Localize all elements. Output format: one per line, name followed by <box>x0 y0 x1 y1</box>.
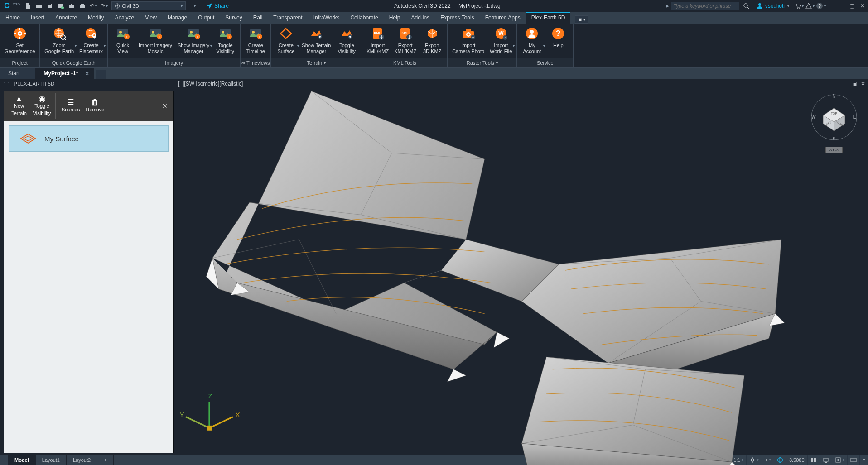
maximize-icon[interactable]: ▢ <box>847 1 856 10</box>
export-kml-kmz-button[interactable]: KMLExportKML/KMZ <box>392 25 418 55</box>
ribbon-tab-add-ins[interactable]: Add-ins <box>405 12 435 24</box>
ribbon-tab-modify[interactable]: Modify <box>82 12 109 24</box>
vp-maximize-icon[interactable]: ▣ <box>852 81 857 87</box>
vp-close-icon[interactable]: ✕ <box>861 81 865 87</box>
viewcube[interactable]: N E S W TOP FRONT LEFT WCS <box>809 92 859 165</box>
panel-title-label[interactable]: Quick Google Earth <box>40 58 107 67</box>
ribbon-tab-help[interactable]: Help <box>384 12 406 24</box>
new-tab-button[interactable]: + <box>96 70 106 79</box>
remove--button[interactable]: 🗑Remove <box>83 93 107 119</box>
ribbon-tab-collaborate[interactable]: Collaborate <box>345 12 383 24</box>
search-arrow-icon[interactable]: ▶ <box>666 4 669 8</box>
redo-icon[interactable]: ↷▾ <box>99 1 109 11</box>
user-account-button[interactable]: vsoulioti▾ <box>756 2 789 10</box>
ribbon-tab-home[interactable]: Home <box>0 12 25 24</box>
ribbon-tab-view[interactable]: View <box>140 12 162 24</box>
show-imagery-manager-button[interactable]: +Show ImageryManager▾ <box>176 25 211 55</box>
ribbon-tab-insert[interactable]: Insert <box>25 12 50 24</box>
viewport[interactable]: Z X Y [–][SW Isometric][Realistic] — ▣ ✕… <box>175 79 868 455</box>
vp-minimize-icon[interactable]: — <box>843 81 849 87</box>
palette-titlebar[interactable]: ⋮⋮ PLEX-EARTH 5D <box>0 79 175 89</box>
ribbon-state-dropdown[interactable]: ▣ ▾ <box>575 15 588 24</box>
ribbon-tab-plex-earth-5d[interactable]: Plex-Earth 5D <box>526 12 571 24</box>
sources--button[interactable]: ≣Sources <box>58 93 83 119</box>
workspace-dropdown[interactable]: Civil 3D ▾ <box>111 1 186 10</box>
publish-icon[interactable] <box>67 1 77 11</box>
create-timeline-button[interactable]: +CreateTimeline <box>243 25 268 55</box>
create-placemark-button[interactable]: CreatePlacemark▾ <box>77 25 105 55</box>
ribbon-tab-featured-apps[interactable]: Featured Apps <box>480 12 526 24</box>
import-imagery-mosaic-button[interactable]: +Import ImageryMosaic <box>137 25 174 55</box>
ribbon-tab-analyze[interactable]: Analyze <box>109 12 140 24</box>
ribbon-tab-rail[interactable]: Rail <box>248 12 268 24</box>
panel-title-label[interactable]: Raster Tools▾ <box>448 58 516 67</box>
layout-tab-layout1[interactable]: Layout1 <box>36 455 67 465</box>
save-icon[interactable] <box>45 1 55 11</box>
panel-title-label[interactable]: ∞ Timeviews <box>241 58 270 67</box>
svg-rect-1 <box>29 3 30 5</box>
help-dropdown-icon[interactable]: ?▾ <box>816 1 826 11</box>
grip-icon[interactable]: ⋮⋮ <box>2 81 11 86</box>
panel-title-label[interactable]: KML Tools <box>362 58 447 67</box>
ribbon-tab-output[interactable]: Output <box>193 12 220 24</box>
cart-icon[interactable]: ▾ <box>794 1 804 11</box>
zoom-google-earth-button[interactable]: ZoomGoogle Earth▾ <box>43 25 76 55</box>
svg-rect-6 <box>69 5 74 8</box>
quick-view-button[interactable]: +QuickView <box>111 25 135 55</box>
new-layout-button[interactable]: + <box>97 455 113 465</box>
qat-dropdown-icon[interactable]: ▾ <box>189 1 199 11</box>
help--button[interactable]: ?Help <box>546 25 570 49</box>
autodesk-app-icon[interactable]: ▾ <box>805 1 815 11</box>
close-window-icon[interactable]: ✕ <box>858 1 867 10</box>
export-3d-kmz-button[interactable]: Export3D KMZ <box>420 25 444 55</box>
import-camera-photo-button[interactable]: +ImportCamera Photo <box>450 25 486 55</box>
eye-icon: ◉ <box>39 96 46 101</box>
ribbon-tab-express-tools[interactable]: Express Tools <box>435 12 479 24</box>
ribbon-tab-survey[interactable]: Survey <box>220 12 247 24</box>
import-kml-kmz-button[interactable]: KMLImportKML/KMZ <box>365 25 391 55</box>
search-input[interactable] <box>671 2 739 10</box>
ribbon-tab-annotate[interactable]: Annotate <box>50 12 82 24</box>
show-terrain-manager-button[interactable]: Show TerrainManager <box>300 25 333 55</box>
print-icon[interactable] <box>77 1 87 11</box>
panel-title-label[interactable]: Project <box>0 58 39 67</box>
import-world-file-button[interactable]: W+ImportWorld File▾ <box>488 25 514 55</box>
toggle-visibility-button[interactable]: ◉ToggleVisibility <box>31 93 56 119</box>
close-tab-icon[interactable]: ✕ <box>85 71 89 76</box>
open-icon[interactable] <box>34 1 44 11</box>
svg-rect-7 <box>80 5 85 8</box>
share-button[interactable]: Share <box>206 3 229 9</box>
toggle-visibility-button[interactable]: ToggleVisibility <box>334 25 359 55</box>
svg-rect-87 <box>207 426 212 431</box>
ribbon-tab-infraworks[interactable]: InfraWorks <box>308 12 345 24</box>
new-icon[interactable] <box>23 1 33 11</box>
toggle-visibility-button[interactable]: +ToggleVisibility <box>213 25 237 55</box>
workspace-label: Civil 3D <box>122 3 139 9</box>
surface-diamond-icon <box>20 133 36 144</box>
layout-tab-layout2[interactable]: Layout2 <box>67 455 97 465</box>
viewport-label[interactable]: [–][SW Isometric][Realistic] <box>178 81 243 87</box>
panel-title-label[interactable]: Imagery <box>108 58 240 67</box>
my-account-button[interactable]: MyAccount▾ <box>520 25 544 55</box>
new-terrain-button[interactable]: ▲NewTerrain <box>7 93 31 119</box>
file-tab-myproject-1-[interactable]: MyProject -1*✕ <box>35 68 94 79</box>
terrain-eye-icon <box>339 26 354 41</box>
compass-n[interactable]: N <box>832 94 835 99</box>
ribbon-tab-transparent[interactable]: Transparent <box>268 12 308 24</box>
saveas-icon[interactable] <box>56 1 66 11</box>
panel-title-label[interactable]: Terrain▾ <box>271 58 362 67</box>
create-surface-button[interactable]: CreateSurface▾ <box>274 25 298 55</box>
undo-icon[interactable]: ↶▾ <box>88 1 98 11</box>
ribbon-tab-manage[interactable]: Manage <box>162 12 193 24</box>
palette-close-icon[interactable]: ✕ <box>159 100 170 112</box>
minimize-icon[interactable]: — <box>836 1 845 10</box>
wcs-label[interactable]: WCS <box>825 147 843 153</box>
panel-title-label[interactable]: Service <box>517 58 573 67</box>
surface-list-item[interactable]: My Surface <box>9 125 169 152</box>
svg-text:+: + <box>472 35 474 39</box>
file-tab-start[interactable]: Start <box>0 68 35 79</box>
set-georeference-button[interactable]: SetGeoreference <box>3 25 37 55</box>
layout-tab-model[interactable]: Model <box>8 455 36 465</box>
svg-text:+: + <box>259 35 261 39</box>
search-icon[interactable] <box>741 1 751 11</box>
